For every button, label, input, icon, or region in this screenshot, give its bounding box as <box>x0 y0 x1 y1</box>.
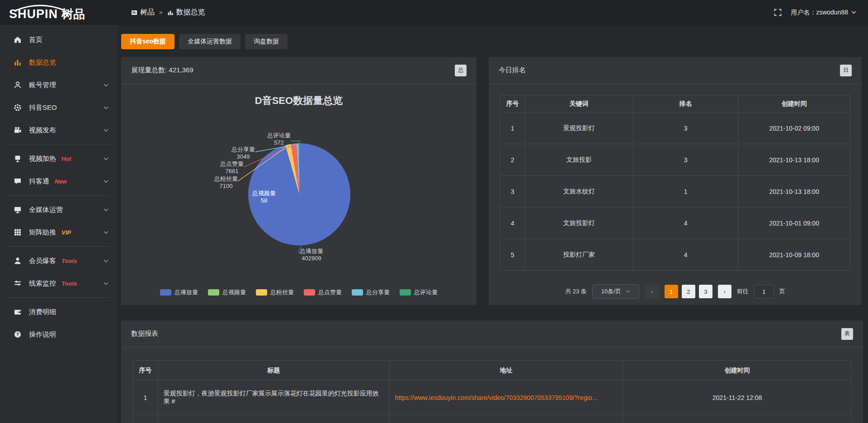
column-header: 创建时间 <box>738 95 850 113</box>
chevron-down-icon <box>104 106 108 109</box>
legend-swatch <box>160 289 171 296</box>
table-cell: 1 <box>633 176 738 207</box>
sidebar-item[interactable]: 抖音SEO <box>0 96 118 119</box>
page-size-select[interactable]: 10条/页 <box>592 284 639 299</box>
legend-swatch <box>256 289 267 296</box>
sidebar-item[interactable]: 抖客通New <box>0 170 118 193</box>
ranking-panel-header: 今日排名 日 <box>489 57 862 84</box>
total-view-button[interactable]: 总 <box>455 65 467 76</box>
sidebar-menu: 首页数据总览账号管理抖音SEO视频发布视频加热Hot抖客通New全媒体运营矩阵助… <box>0 25 118 423</box>
chevron-down-icon <box>104 84 108 87</box>
legend-swatch <box>352 289 363 296</box>
sidebar-item-label: 线索监控 <box>29 279 56 288</box>
sidebar-item-label: 视频发布 <box>29 126 56 135</box>
table-cell: 2021-10-13 18:00 <box>738 176 850 207</box>
page-number-button[interactable]: 1 <box>665 285 678 298</box>
table-cell: 文旅投影 <box>525 144 633 176</box>
table-row: 3文旅水纹灯12021-10-13 18:00 <box>500 176 850 207</box>
column-header: 排名 <box>633 95 738 113</box>
column-header: 地址 <box>389 361 623 381</box>
sidebar-item-badge: New <box>55 178 67 185</box>
sidebar-divider <box>6 297 111 298</box>
tab-全媒体运营数据[interactable]: 全媒体运营数据 <box>179 34 241 49</box>
sidebar-item-label: 抖客通 <box>29 177 49 186</box>
monitor-icon <box>14 206 23 214</box>
sidebar-item[interactable]: 首页 <box>0 28 118 51</box>
sidebar-item-label: 数据总览 <box>29 58 56 67</box>
legend-item[interactable]: 总评论量 <box>400 288 438 296</box>
chart-title: D音SEO数据量总览 <box>121 94 476 108</box>
table-cell: 文旅投影灯 <box>525 207 633 239</box>
sidebar-item[interactable]: 全媒体运营 <box>0 198 118 221</box>
legend-item[interactable]: 总播放量 <box>160 288 198 296</box>
sidebar-item[interactable]: ?操作说明 <box>0 323 118 346</box>
legend-item[interactable]: 总粉丝量 <box>256 288 294 296</box>
sidebar-item[interactable]: 数据总览 <box>0 51 118 74</box>
table-cell: 2021-11-22 12:08 <box>623 381 852 415</box>
breadcrumb-item-current[interactable]: 数据总览 <box>167 8 205 17</box>
report-panel-title: 数据报表 <box>131 329 158 338</box>
page-number-button[interactable]: 3 <box>699 285 712 298</box>
ranking-panel-title: 今日排名 <box>499 66 526 75</box>
sidebar-item[interactable]: 账号管理 <box>0 74 118 96</box>
sidebar-item[interactable]: 消费明细 <box>0 301 118 323</box>
goto-label: 前往 <box>737 287 749 296</box>
pie-label: 总评论量572 <box>267 132 291 146</box>
breadcrumb-label: 树品 <box>140 8 155 17</box>
home-icon <box>14 36 23 44</box>
report-link[interactable]: https://www.iesdouyin.com/share/video/70… <box>395 394 599 401</box>
page-number-button[interactable]: 2 <box>682 285 695 298</box>
tab-询盘数据[interactable]: 询盘数据 <box>245 34 288 49</box>
pagination-total: 共 23 条 <box>565 287 587 296</box>
breadcrumb-item-root[interactable]: 树品 <box>131 8 155 17</box>
page-icon <box>131 9 137 16</box>
next-page-button[interactable]: › <box>718 285 731 298</box>
chevron-down-icon <box>104 129 108 132</box>
legend-label: 总评论量 <box>414 288 438 296</box>
sliders-icon <box>14 279 23 287</box>
help-icon: ? <box>14 330 23 338</box>
table-view-button[interactable]: 表 <box>841 328 853 340</box>
legend-label: 总分享量 <box>366 288 390 296</box>
grid-icon <box>14 228 23 236</box>
legend-label: 总粉丝量 <box>270 288 294 296</box>
sidebar-item-label: 矩阵助推 <box>29 228 56 237</box>
sidebar-item-badge: Tools <box>61 258 77 264</box>
sidebar-item[interactable]: 视频发布 <box>0 119 118 141</box>
sidebar-item[interactable]: 会员爆客Tools <box>0 249 118 272</box>
sidebar-item-label: 抖音SEO <box>29 103 57 112</box>
chevron-down-icon <box>104 208 108 212</box>
user-menu[interactable]: 用户名：zswodun88 <box>791 9 856 17</box>
user-icon <box>14 81 23 89</box>
sidebar-item[interactable]: 线索监控Tools <box>0 272 118 295</box>
day-view-button[interactable]: 日 <box>840 65 852 76</box>
fullscreen-icon[interactable] <box>774 9 782 16</box>
goto-suffix: 页 <box>779 287 785 296</box>
legend-item[interactable]: 总分享量 <box>352 288 390 296</box>
legend-item[interactable]: 总视频量 <box>208 288 246 296</box>
chevron-down-icon <box>851 11 856 14</box>
report-table: 序号标题地址创建时间1景观投影灯，夜游景观投影灯厂家展示展示落花灯在花园里的灯光… <box>132 360 852 423</box>
legend-swatch <box>400 289 411 296</box>
legend-swatch <box>208 289 219 296</box>
pie-label: 总视频量58 <box>252 190 276 204</box>
sidebar-item[interactable]: 视频加热Hot <box>0 147 118 170</box>
overview-panel: 展现量总数: 421,369 总 D音SEO数据量总览 总播放量总视频量总粉丝量… <box>121 57 476 305</box>
legend-swatch <box>304 289 315 296</box>
main-content: 抖音seo数据全媒体运营数据询盘数据 展现量总数: 421,369 总 D音SE… <box>118 25 868 423</box>
sidebar-item[interactable]: 矩阵助推VIP <box>0 221 118 244</box>
data-tabs: 抖音seo数据全媒体运营数据询盘数据 <box>121 34 862 49</box>
goto-page-input[interactable] <box>754 285 774 298</box>
column-header: 标题 <box>158 361 389 381</box>
person-icon <box>14 257 23 265</box>
camera-icon <box>14 126 23 134</box>
tab-抖音seo数据[interactable]: 抖音seo数据 <box>121 34 175 49</box>
chat-icon <box>14 177 23 185</box>
table-cell: 1 <box>500 113 525 144</box>
screen-icon <box>14 155 23 163</box>
prev-page-button[interactable]: ‹ <box>645 285 659 298</box>
chart-legend: 总播放量总视频量总粉丝量总点赞量总分享量总评论量 <box>121 288 476 296</box>
legend-item[interactable]: 总点赞量 <box>304 288 342 296</box>
chevron-down-icon <box>104 157 108 160</box>
breadcrumb-separator: > <box>159 9 163 16</box>
